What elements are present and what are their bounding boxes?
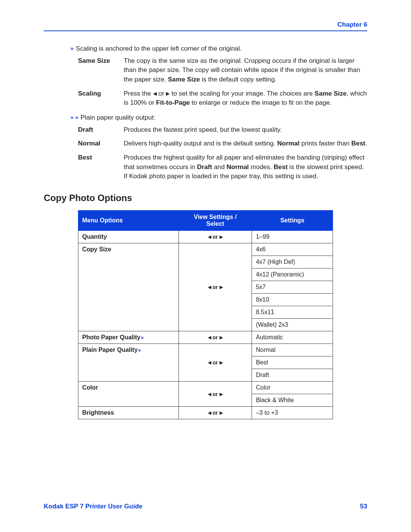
desc-scaling: Press the ◀ or ▶ to set the scaling for … xyxy=(124,89,367,108)
setting-value: 1–99 xyxy=(252,231,333,243)
chapter-label: Chapter 6 xyxy=(338,21,367,29)
footnote-plain: » » Plain paper quality output: xyxy=(70,113,367,122)
def-scaling: Scaling Press the ◀ or ▶ to set the scal… xyxy=(78,89,367,108)
setting-value: 8x10 xyxy=(252,294,333,306)
table-row: Plain Paper Quality»◀or▶Normal xyxy=(78,344,333,356)
setting-value: Best xyxy=(252,356,333,369)
def-best: Best Produces the highest quality for al… xyxy=(78,153,367,181)
footnote-scaling-text: Scaling is anchored to the upper left co… xyxy=(76,44,242,53)
desc-normal: Delivers high-quality output and is the … xyxy=(124,139,367,149)
setting-value: Draft xyxy=(252,369,333,382)
chevron-icon: » xyxy=(138,347,141,353)
header-divider xyxy=(44,30,367,31)
def-draft: Draft Produces the fastest print speed, … xyxy=(78,125,367,135)
arrow-selector: ◀or▶ xyxy=(178,344,252,382)
left-triangle-icon: ◀ xyxy=(153,90,157,97)
desc-same-size: The copy is the same size as the origina… xyxy=(124,56,367,85)
footnote-scaling: » Scaling is anchored to the upper left … xyxy=(70,44,367,53)
setting-value: Normal xyxy=(252,344,333,356)
arrow-selector: ◀or▶ xyxy=(178,407,252,419)
setting-value: 4x6 xyxy=(252,243,333,256)
arrow-selector: ◀or▶ xyxy=(178,231,252,243)
setting-value: 4x7 (High Def) xyxy=(252,256,333,268)
right-triangle-icon: ▶ xyxy=(166,90,170,97)
th-view-settings: View Settings /Select xyxy=(178,211,252,231)
option-label: Color xyxy=(78,382,179,407)
term-same-size: Same Size xyxy=(78,56,124,66)
setting-value: (Wallet) 2x3 xyxy=(252,319,333,331)
footer-page-number: 53 xyxy=(360,503,367,510)
double-double-chevron-icon: » » xyxy=(70,113,78,121)
term-normal: Normal xyxy=(78,139,124,149)
arrow-selector: ◀or▶ xyxy=(178,243,252,331)
setting-value: 8.5x11 xyxy=(252,306,333,319)
table-row: Copy Size◀or▶4x6 xyxy=(78,243,333,256)
setting-value: Automatic xyxy=(252,331,333,344)
option-label: Plain Paper Quality» xyxy=(78,344,179,382)
desc-draft: Produces the fastest print speed, but th… xyxy=(124,125,367,135)
arrow-selector: ◀or▶ xyxy=(178,382,252,407)
footnote-plain-text: Plain paper quality output: xyxy=(81,113,156,122)
table-row: Brightness◀or▶–3 to +3 xyxy=(78,407,333,419)
th-settings: Settings xyxy=(252,211,333,231)
table-row: Photo Paper Quality»◀or▶Automatic xyxy=(78,331,333,344)
arrow-selector: ◀or▶ xyxy=(178,331,252,344)
desc-best: Produces the highest quality for all pap… xyxy=(124,153,367,181)
def-same-size: Same Size The copy is the same size as t… xyxy=(78,56,367,85)
table-header-row: Menu Options View Settings /Select Setti… xyxy=(78,211,333,231)
def-normal: Normal Delivers high-quality output and … xyxy=(78,139,367,149)
page-content: » Scaling is anchored to the upper left … xyxy=(44,42,367,419)
setting-value: Color xyxy=(252,382,333,394)
setting-value: 5x7 xyxy=(252,281,333,294)
copy-photo-options-table: Menu Options View Settings /Select Setti… xyxy=(78,210,333,419)
term-draft: Draft xyxy=(78,125,124,135)
footer-guide-title: Kodak ESP 7 Printer User Guide xyxy=(44,503,143,510)
table-row: Color◀or▶Color xyxy=(78,382,333,394)
chevron-icon: » xyxy=(141,334,144,340)
section-heading: Copy Photo Options xyxy=(44,193,367,203)
setting-value: –3 to +3 xyxy=(252,407,333,419)
option-label: Brightness xyxy=(78,407,179,419)
th-menu-options: Menu Options xyxy=(78,211,179,231)
term-best: Best xyxy=(78,153,124,163)
setting-value: Black & White xyxy=(252,394,333,407)
double-chevron-icon: » xyxy=(70,44,73,52)
setting-value: 4x12 (Panoramic) xyxy=(252,268,333,281)
option-label: Copy Size xyxy=(78,243,179,331)
definitions-quality: Draft Produces the fastest print speed, … xyxy=(78,125,367,181)
option-label: Photo Paper Quality» xyxy=(78,331,179,344)
table-row: Quantity◀or▶1–99 xyxy=(78,231,333,243)
option-label: Quantity xyxy=(78,231,179,243)
definitions-scaling: Same Size The copy is the same size as t… xyxy=(78,56,367,108)
term-scaling: Scaling xyxy=(78,89,124,99)
page-footer: Kodak ESP 7 Printer User Guide 53 xyxy=(44,503,367,510)
